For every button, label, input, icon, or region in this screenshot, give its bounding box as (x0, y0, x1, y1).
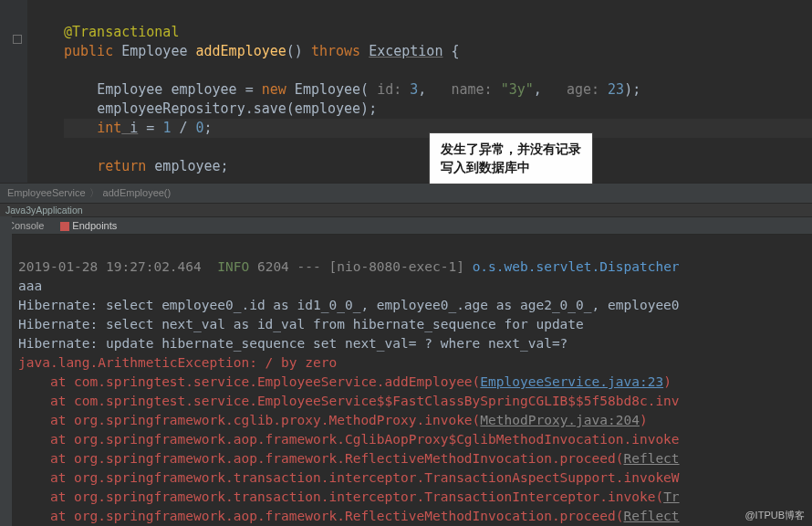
console-line: Hibernate: update hibernate_sequence set… (18, 336, 567, 351)
stack-paren: ) (640, 413, 648, 427)
code-text: ); (624, 81, 640, 98)
var-i: i (121, 120, 138, 136)
stack-at: at (18, 489, 74, 504)
keyword-int: int (97, 120, 121, 136)
log-level: INFO (202, 259, 249, 274)
tooltip-line1: 发生了异常，并没有记录 (441, 141, 581, 159)
stack-paren: ) (663, 374, 671, 389)
exception-type: Exception (369, 43, 442, 59)
stack-frame: org.springframework.aop.framework.Reflec… (74, 509, 623, 523)
editor-gutter (0, 0, 27, 183)
stack-at: at (18, 394, 74, 408)
code-line: employeeRepository.save(employee); (97, 100, 377, 117)
endpoints-icon (60, 222, 69, 231)
code-text: ; (204, 120, 213, 136)
exception-message: java.lang.ArithmeticException: / by zero (18, 355, 337, 370)
keyword-new: new (262, 81, 286, 98)
method-name: addEmployee (196, 43, 286, 59)
stack-frame: org.springframework.aop.framework.CglibA… (74, 432, 679, 447)
log-pid: 6204 --- [nio-8080-exec-1] (249, 259, 472, 274)
stack-at: at (18, 413, 74, 427)
run-config-label[interactable]: Java3yApplication (0, 203, 812, 216)
console-toolbar[interactable] (0, 216, 12, 526)
code-editor[interactable]: @Transactional public Employee addEmploy… (0, 0, 812, 183)
stack-link[interactable]: Reflect (623, 451, 679, 466)
code-text: = (138, 120, 162, 136)
keyword-return: return (97, 158, 146, 174)
stack-at: at (18, 374, 74, 389)
stack-at: at (18, 470, 74, 485)
stack-frame: org.springframework.transaction.intercep… (74, 489, 663, 504)
stack-frame: org.springframework.cglib.proxy.MethodPr… (74, 413, 480, 427)
literal-id: 3 (401, 81, 418, 98)
annotation: @Transactional (64, 24, 179, 40)
stack-link[interactable]: EmployeeService.java:23 (480, 374, 663, 389)
console-line: Hibernate: select employee0_.id as id1_0… (18, 298, 680, 312)
code-line: Employee employee = (97, 81, 262, 98)
code-text: / (171, 120, 195, 136)
override-gutter-icon[interactable] (13, 35, 22, 44)
keyword-public: public (64, 43, 113, 59)
stack-link[interactable]: MethodProxy.java:204 (480, 413, 640, 427)
stack-frame: com.springtest.service.EmployeeService.a… (74, 374, 480, 389)
stack-at: at (18, 451, 74, 466)
literal-name: "3y" (493, 81, 534, 98)
chevron-right-icon: 〉 (89, 187, 99, 198)
log-timestamp: 2019-01-28 19:27:02.464 (18, 259, 202, 274)
param-hint-age: age: (542, 81, 599, 98)
watermark: @ITPUB博客 (744, 509, 805, 522)
breadcrumb-class[interactable]: EmployeeService (7, 187, 86, 198)
annotation-tooltip: 发生了异常，并没有记录 写入到数据库中 (429, 132, 593, 184)
console-line: Hibernate: select next_val as id_val fro… (18, 317, 584, 331)
breadcrumb-method[interactable]: addEmployee() (103, 187, 172, 198)
tool-window-tabs[interactable]: Console Endpoints (0, 216, 812, 235)
breadcrumb[interactable]: EmployeeService〉addEmployee() (0, 183, 812, 203)
keyword-throws: throws (311, 43, 360, 59)
literal-0: 0 (196, 120, 204, 136)
stack-frame: com.springtest.service.EmployeeService$$… (74, 394, 679, 408)
return-type: Employee (121, 43, 187, 59)
code-text: Employee( (286, 81, 369, 98)
stack-frame: org.springframework.aop.framework.Reflec… (74, 451, 623, 466)
return-expr: employee; (146, 158, 228, 174)
stack-at: at (18, 432, 74, 447)
stack-at: at (18, 509, 74, 523)
literal-age: 23 (599, 81, 624, 98)
param-hint-name: name: (426, 81, 492, 98)
tab-endpoints[interactable]: Endpoints (53, 219, 124, 232)
console-line: aaa (18, 279, 42, 293)
stack-link[interactable]: Reflect (623, 509, 679, 523)
tab-endpoints-label: Endpoints (72, 220, 117, 231)
tooltip-line2: 写入到数据库中 (441, 159, 581, 177)
stack-link[interactable]: Tr (663, 489, 679, 504)
stack-frame: org.springframework.transaction.intercep… (74, 470, 679, 485)
console-output[interactable]: 2019-01-28 19:27:02.464 INFO 6204 --- [n… (0, 235, 812, 526)
log-logger: o.s.web.servlet.Dispatcher (473, 259, 680, 274)
param-hint-id: id: (369, 81, 401, 98)
